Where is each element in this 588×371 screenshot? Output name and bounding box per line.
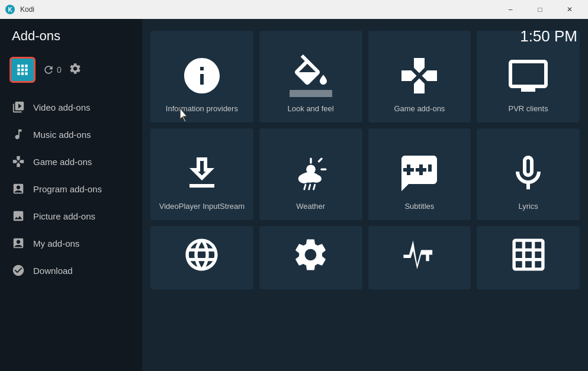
minimize-button[interactable]: –: [497, 0, 524, 19]
svg-line-10: [309, 185, 310, 189]
addon-browser-button[interactable]: [9, 57, 36, 83]
titlebar-left: K Kodi: [5, 4, 34, 15]
sidebar-item-download[interactable]: Download: [0, 257, 142, 284]
svg-line-9: [304, 185, 305, 189]
svg-line-5: [319, 159, 322, 162]
grid-item-information-providers[interactable]: Information providers: [150, 31, 253, 122]
addon-grid: Information providers Look and feel Game…: [150, 31, 580, 289]
grid-item-label: Look and feel: [288, 104, 334, 114]
nav-label: Program add-ons: [33, 184, 102, 194]
upload-tray-icon: [181, 152, 223, 195]
paintbucket-icon: [290, 54, 332, 97]
grid-item-lyrics[interactable]: Lyrics: [477, 128, 580, 220]
subtitles-icon: [398, 152, 441, 195]
settings-button[interactable]: [69, 62, 82, 78]
tv-icon: [507, 54, 550, 97]
app-container: Add-ons 0: [0, 19, 588, 371]
weather-icon: [290, 152, 332, 195]
sidebar-item-my-addons[interactable]: My add-ons: [0, 230, 142, 257]
svg-point-7: [298, 174, 310, 183]
grid-item-label: Information providers: [166, 104, 238, 114]
svg-line-11: [313, 185, 314, 189]
screensaver-icon: [509, 235, 548, 274]
info-circle-icon: [181, 54, 223, 97]
sidebar-item-picture-addons[interactable]: Picture add-ons: [0, 202, 142, 230]
grid-item-game-addons[interactable]: Game add-ons: [368, 31, 471, 122]
gamepad-icon: [398, 54, 441, 97]
sidebar-nav: Video add-ons Music add-ons Game add-ons…: [0, 91, 142, 371]
game-icon: [12, 155, 25, 168]
video-icon: [12, 101, 25, 114]
sidebar: Add-ons 0: [0, 19, 142, 371]
notification-count: 0: [57, 65, 62, 75]
grid-item-label: VideoPlayer InputStream: [159, 202, 245, 212]
titlebar-controls: – □ ✕: [497, 0, 583, 19]
nav-label: Music add-ons: [33, 130, 91, 140]
microphone-icon: [507, 152, 550, 195]
sidebar-item-game-addons[interactable]: Game add-ons: [0, 148, 142, 175]
grid-item-videoplayer-inputstream[interactable]: VideoPlayer InputStream: [150, 128, 253, 220]
sidebar-toolbar: 0: [0, 49, 142, 91]
sidebar-header: Add-ons: [0, 19, 142, 49]
addon-icon: [15, 62, 30, 78]
grid-item-look-and-feel[interactable]: Look and feel: [259, 31, 362, 122]
nav-label: Download: [33, 266, 73, 276]
music-icon: [12, 128, 25, 141]
maximize-button[interactable]: □: [526, 0, 554, 19]
refresh-button[interactable]: 0: [43, 64, 62, 76]
nav-label: Picture add-ons: [33, 211, 95, 221]
settings-icon: [69, 62, 82, 75]
close-button[interactable]: ✕: [556, 0, 583, 19]
grid-item-visualizations[interactable]: [368, 226, 471, 289]
refresh-icon: [43, 64, 54, 76]
grid-item-label: Game add-ons: [394, 104, 445, 114]
grid-item-subtitles[interactable]: Subtitles: [368, 128, 471, 220]
sidebar-item-video-addons[interactable]: Video add-ons: [0, 93, 142, 121]
time-display: 1:50 PM: [520, 27, 577, 46]
svg-point-8: [311, 175, 322, 183]
grid-item-label: Subtitles: [404, 202, 434, 212]
svg-text:K: K: [8, 7, 12, 13]
globe-icon: [182, 235, 221, 274]
grid-item-settings-tile[interactable]: [259, 226, 362, 289]
gear-large-icon: [291, 235, 330, 274]
myaddons-icon: [12, 237, 25, 250]
nav-label: Game add-ons: [33, 157, 92, 167]
download-icon: [12, 264, 25, 277]
nav-label: Video add-ons: [33, 102, 90, 112]
grid-item-weather[interactable]: Weather: [259, 128, 362, 220]
grid-item-screensavers[interactable]: [477, 226, 580, 289]
app-title: Kodi: [20, 5, 34, 14]
program-icon: [12, 182, 25, 195]
sidebar-item-program-addons[interactable]: Program add-ons: [0, 175, 142, 202]
waveform-icon: [400, 235, 439, 274]
nav-label: My add-ons: [33, 238, 79, 249]
grid-item-label: Weather: [296, 202, 325, 212]
titlebar: K Kodi – □ ✕: [0, 0, 588, 19]
grid-item-label: PVR clients: [509, 104, 548, 114]
kodi-logo: K: [5, 4, 15, 15]
page-title: Add-ons: [12, 28, 60, 43]
sidebar-item-music-addons[interactable]: Music add-ons: [0, 121, 142, 148]
main-content: 1:50 PM Information providers Look and f…: [142, 19, 588, 371]
grid-item-label: Lyrics: [518, 202, 538, 212]
picture-icon: [12, 209, 25, 222]
grid-item-services[interactable]: [150, 226, 253, 289]
